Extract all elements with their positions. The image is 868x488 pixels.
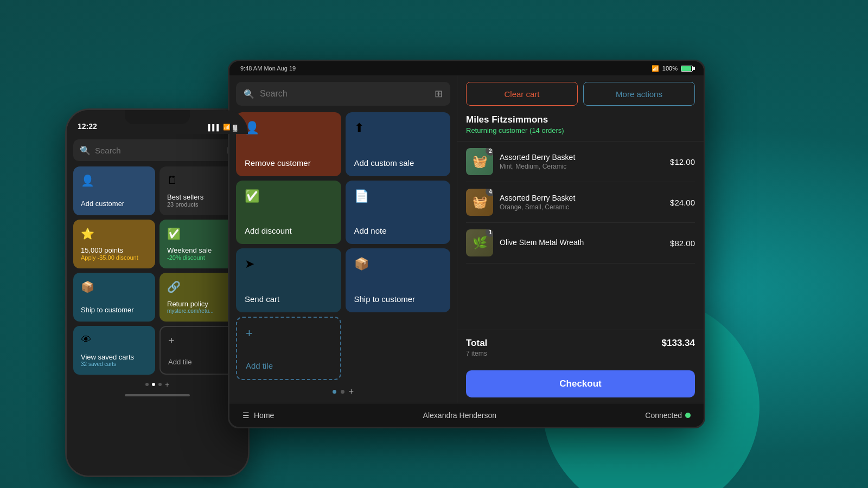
search-icon: 🔍 <box>244 89 254 99</box>
phone-tile-grid: 👤 Add customer 🗒 Best sellers 23 product… <box>67 166 248 375</box>
cart-item-image: 2 <box>466 148 493 175</box>
footer-user: Alexandra Henderson <box>423 411 496 420</box>
tablet-tile-add-note[interactable]: 📄 Add note <box>346 181 451 245</box>
tablet-device: 9:48 AM Mon Aug 19 📶 100% 🔍 ⊞ <box>228 60 705 428</box>
check-icon: ✅ <box>167 227 234 240</box>
discount-icon: ✅ <box>245 189 333 203</box>
custom-sale-label: Add custom sale <box>354 158 442 168</box>
page-add-icon[interactable]: + <box>165 380 169 389</box>
phone-tile-sale-sublabel: -20% discount <box>167 254 234 261</box>
tablet-footer: ☰ Home Alexandra Henderson Connected <box>229 403 704 427</box>
phone-home-indicator <box>125 394 190 396</box>
phone-tile-return-label: Return policy <box>167 300 234 308</box>
home-label: Home <box>254 411 274 420</box>
tablet-left-panel: 🔍 ⊞ 👤 Remove customer ⬆ Add custom sale <box>229 75 457 403</box>
person-icon: 👤 <box>81 174 148 187</box>
cart-item-price: $82.00 <box>670 239 695 248</box>
cart-item: 2 Assorted Berry Basket Mint, Medium, Ce… <box>466 142 695 182</box>
tablet-tile-add-discount[interactable]: ✅ Add discount <box>236 181 341 245</box>
page-dot-1 <box>145 383 149 386</box>
customer-name: Miles Fitzsimmons <box>466 114 695 125</box>
phone-tile-sale-label: Weekend sale <box>167 246 234 254</box>
cart-item: 4 Assorted Berry Basket Orange, Small, C… <box>466 182 695 223</box>
remove-customer-label: Remove customer <box>245 158 333 168</box>
tablet-body: 🔍 ⊞ 👤 Remove customer ⬆ Add custom sale <box>229 75 704 403</box>
cart-item-name: Olive Stem Metal Wreath <box>500 238 663 247</box>
add-tile-label: Add tile <box>246 361 331 370</box>
phone-tile-label: Add customer <box>81 200 148 208</box>
cart-item-details: Olive Stem Metal Wreath <box>500 238 663 248</box>
ship-icon: 📦 <box>354 257 442 271</box>
footer-home[interactable]: ☰ Home <box>242 411 274 420</box>
eye-icon: 👁 <box>81 333 148 346</box>
cart-item-qty-badge: 1 <box>486 229 493 237</box>
more-actions-button[interactable]: More actions <box>583 82 695 106</box>
footer-connected: Connected <box>645 411 691 420</box>
phone-tile-saved-carts[interactable]: 👁 View saved carts 32 saved carts <box>73 326 155 375</box>
cart-item-qty-badge: 4 <box>486 189 493 196</box>
total-label: Total <box>466 338 487 349</box>
tablet-tile-add[interactable]: + Add tile <box>236 317 341 381</box>
star-icon: ⭐ <box>81 227 148 240</box>
add-note-label: Add note <box>354 226 442 235</box>
phone-tile-add-customer[interactable]: 👤 Add customer <box>73 166 155 215</box>
phone-saved-carts-label: View saved carts <box>81 353 148 361</box>
tablet-tile-ship-customer[interactable]: 📦 Ship to customer <box>346 248 451 312</box>
phone-search-input[interactable] <box>95 146 222 155</box>
phone-tile-points-label: 15,000 points <box>81 246 148 254</box>
cart-item-name: Assorted Berry Basket <box>500 194 663 202</box>
phone-status-icons: ▌▌▌ 📶 ▓ <box>208 124 237 131</box>
tablet-tile-custom-sale[interactable]: ⬆ Add custom sale <box>346 112 451 176</box>
phone-device: 12:22 ▌▌▌ 📶 ▓ 🔍 ⊞ 👤 Add customer 🗒 <box>65 108 250 477</box>
ship-icon: 📦 <box>81 280 148 293</box>
tablet-tile-grid: 👤 Remove customer ⬆ Add custom sale ✅ Ad… <box>229 112 457 380</box>
tablet-battery-info: 📶 100% <box>652 65 693 72</box>
page-dot-inactive <box>341 390 344 394</box>
tablet-tile-send-cart[interactable]: ➤ Send cart <box>236 248 341 312</box>
phone-time: 12:22 <box>78 122 97 131</box>
phone-tile-points[interactable]: ⭐ 15,000 points Apply -$5.00 discount <box>73 220 155 268</box>
plus-icon: + <box>246 326 331 341</box>
total-price: $133.34 <box>662 338 695 349</box>
phone-tile-ship-customer[interactable]: 📦 Ship to customer <box>73 273 155 322</box>
cart-item: 1 Olive Stem Metal Wreath $82.00 <box>466 223 695 264</box>
cart-item-name: Assorted Berry Basket <box>500 153 663 162</box>
phone-add-tile-label: Add tile <box>168 358 233 366</box>
tablet-search-bar[interactable]: 🔍 ⊞ <box>236 82 450 106</box>
phone-pagination: + <box>67 375 248 391</box>
cart-item-price: $12.00 <box>670 157 695 166</box>
add-discount-label: Add discount <box>245 226 333 235</box>
phone-tile-sublabel: 23 products <box>167 201 234 208</box>
list-icon: 🗒 <box>167 174 234 187</box>
cart-item-details: Assorted Berry Basket Orange, Small, Cer… <box>500 194 663 211</box>
page-dot-3 <box>158 383 162 386</box>
phone-screen: 🔍 ⊞ 👤 Add customer 🗒 Best sellers 23 pro… <box>67 134 248 476</box>
page-dot-2 <box>152 383 155 386</box>
phone-tile-return-sublabel: mystore.com/retu... <box>167 308 234 314</box>
page-add-btn[interactable]: + <box>349 387 354 396</box>
tablet-time: 9:48 AM Mon Aug 19 <box>240 65 296 72</box>
search-icon: 🔍 <box>80 145 91 156</box>
phone-tile-label: Best sellers <box>167 193 234 201</box>
cart-total-row: Total 7 items $133.34 <box>466 338 695 357</box>
battery-percent: 100% <box>662 65 678 72</box>
phone-search-bar[interactable]: 🔍 ⊞ <box>73 139 241 161</box>
connected-status-dot <box>685 413 691 418</box>
send-icon: ➤ <box>245 257 333 271</box>
tablet-tile-remove-customer[interactable]: 👤 Remove customer <box>236 112 341 176</box>
items-count: 7 items <box>466 350 487 357</box>
phone-tile-ship-label: Ship to customer <box>81 306 148 314</box>
clear-cart-button[interactable]: Clear cart <box>466 82 578 106</box>
note-icon: 📄 <box>354 189 442 203</box>
cart-item-image: 4 <box>466 189 493 216</box>
ship-customer-label: Ship to customer <box>354 294 442 304</box>
send-cart-label: Send cart <box>245 294 333 304</box>
cart-total-info: Total 7 items <box>466 338 487 357</box>
barcode-scan-icon[interactable]: ⊞ <box>435 88 443 100</box>
customer-status: Returning customer (14 orders) <box>466 126 695 134</box>
battery-icon <box>681 66 693 72</box>
connected-label: Connected <box>645 411 682 420</box>
checkout-button[interactable]: Checkout <box>466 370 695 397</box>
tablet-search-input[interactable] <box>260 89 429 99</box>
phone-tile-points-sublabel: Apply -$5.00 discount <box>81 254 148 261</box>
